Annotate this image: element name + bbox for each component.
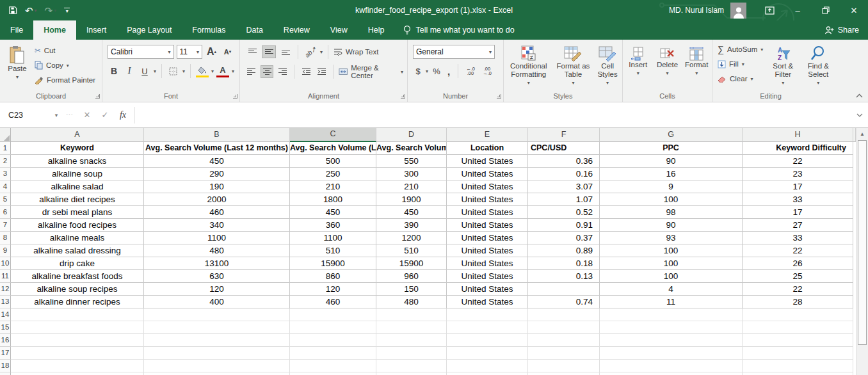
cell-H3[interactable]: 23: [743, 168, 853, 180]
cell-G11[interactable]: 100: [600, 270, 743, 283]
cell-B14[interactable]: [144, 308, 290, 321]
cell-G10[interactable]: 100: [600, 257, 743, 270]
cell-A14[interactable]: [11, 308, 144, 321]
cell-B11[interactable]: 630: [144, 270, 290, 283]
cell-A16[interactable]: [11, 334, 144, 347]
cell-G3[interactable]: 16: [600, 168, 743, 180]
tab-data[interactable]: Data: [236, 20, 273, 40]
column-header-H[interactable]: H: [743, 128, 853, 142]
font-color-button[interactable]: A: [216, 65, 229, 77]
cell-B2[interactable]: 450: [144, 155, 290, 168]
cell-F15[interactable]: [528, 321, 600, 334]
cell-F4[interactable]: 3.07: [528, 180, 600, 193]
tab-insert[interactable]: Insert: [76, 20, 117, 40]
cell-A9[interactable]: alkaline salad dressing: [11, 244, 144, 257]
ribbon-display-options-button[interactable]: [755, 0, 784, 20]
row-header-4[interactable]: 4: [0, 180, 11, 193]
share-button[interactable]: Share: [824, 20, 859, 40]
cell-H6[interactable]: 17: [743, 206, 853, 219]
cell-G5[interactable]: 100: [600, 193, 743, 206]
cancel-entry-button[interactable]: ✕: [78, 107, 96, 124]
enter-entry-button[interactable]: ✓: [96, 107, 114, 124]
tab-file[interactable]: File: [0, 20, 33, 40]
increase-indent-button[interactable]: [315, 65, 328, 78]
fill-color-button[interactable]: [196, 65, 209, 77]
cell-A17[interactable]: [11, 347, 144, 360]
clipboard-dialog-launcher[interactable]: [95, 94, 100, 99]
cell-C2[interactable]: 500: [290, 155, 376, 168]
cell-D16[interactable]: [376, 334, 447, 347]
alignment-dialog-launcher[interactable]: [401, 94, 405, 99]
cell-G15[interactable]: [600, 321, 743, 334]
row-header-11[interactable]: 11: [0, 270, 11, 283]
customize-quick-access-button[interactable]: ▾: [61, 3, 73, 18]
cell-D9[interactable]: 510: [376, 244, 447, 257]
close-button[interactable]: ✕: [840, 0, 868, 20]
redo-button[interactable]: ↷▾: [42, 3, 60, 18]
row-header-9[interactable]: 9: [0, 244, 11, 257]
cell-H8[interactable]: 33: [743, 232, 853, 244]
cell-styles-button[interactable]: Cell Styles ▾: [593, 42, 622, 87]
format-painter-button[interactable]: Format Painter: [35, 73, 95, 87]
formula-input[interactable]: [134, 107, 851, 124]
cut-button[interactable]: ✂ Cut: [35, 44, 95, 58]
cell-H14[interactable]: [743, 308, 853, 321]
user-name[interactable]: MD. Nurul Islam: [669, 6, 724, 15]
cell-C11[interactable]: 860: [290, 270, 376, 283]
cell-E1[interactable]: Location: [447, 142, 528, 155]
comma-style-button[interactable]: ,: [445, 65, 453, 77]
delete-cells-button[interactable]: Delete ▾: [654, 44, 682, 77]
row-header-16[interactable]: 16: [0, 334, 11, 347]
cell-F3[interactable]: 0.16: [528, 168, 600, 180]
column-header-E[interactable]: E: [447, 128, 528, 142]
cell-C8[interactable]: 1100: [290, 232, 376, 244]
cell-C19[interactable]: [290, 372, 376, 375]
cell-E4[interactable]: United States: [447, 180, 528, 193]
cell-G8[interactable]: 93: [600, 232, 743, 244]
borders-dropdown[interactable]: ▾: [182, 68, 185, 74]
cell-D8[interactable]: 1200: [376, 232, 447, 244]
wrap-text-button[interactable]: Wrap Text: [334, 45, 378, 59]
increase-decimal-button[interactable]: ←.0.00: [463, 65, 478, 77]
cell-F17[interactable]: [528, 347, 600, 360]
cell-D7[interactable]: 390: [376, 219, 447, 232]
cell-B4[interactable]: 190: [144, 180, 290, 193]
cell-B7[interactable]: 340: [144, 219, 290, 232]
cell-B12[interactable]: 120: [144, 283, 290, 296]
cell-H12[interactable]: 22: [743, 283, 853, 296]
decrease-indent-button[interactable]: [300, 65, 312, 78]
cell-A11[interactable]: alkaline breakfast foods: [11, 270, 144, 283]
cell-F1[interactable]: CPC/USD: [528, 142, 600, 155]
cell-D4[interactable]: 210: [376, 180, 447, 193]
cell-D14[interactable]: [376, 308, 447, 321]
cell-B16[interactable]: [144, 334, 290, 347]
cell-C9[interactable]: 510: [290, 244, 376, 257]
cell-H13[interactable]: 28: [743, 296, 853, 308]
scroll-up-icon[interactable]: ▲: [856, 128, 868, 140]
cell-C7[interactable]: 360: [290, 219, 376, 232]
autosum-button[interactable]: ∑ AutoSum ▾: [718, 42, 763, 56]
cell-H11[interactable]: 25: [743, 270, 853, 283]
tab-page-layout[interactable]: Page Layout: [117, 20, 182, 40]
cell-A13[interactable]: alkaline dinner recipes: [11, 296, 144, 308]
cell-E14[interactable]: [447, 308, 528, 321]
accounting-format-button[interactable]: $: [413, 65, 423, 77]
cell-F10[interactable]: 0.18: [528, 257, 600, 270]
cell-D1[interactable]: Avg. Search Volume (Last 3 months): [376, 142, 447, 155]
cell-H2[interactable]: 22: [743, 155, 853, 168]
number-format-combo[interactable]: General▾: [413, 45, 495, 59]
bold-button[interactable]: B: [108, 65, 120, 77]
cell-C15[interactable]: [290, 321, 376, 334]
cell-D12[interactable]: 150: [376, 283, 447, 296]
cell-B9[interactable]: 480: [144, 244, 290, 257]
cell-D18[interactable]: [376, 360, 447, 372]
insert-cells-button[interactable]: Insert ▾: [624, 44, 652, 77]
sort-filter-button[interactable]: A Z Sort & Filter ▾: [768, 42, 798, 87]
cell-B19[interactable]: [144, 372, 290, 375]
font-dialog-launcher[interactable]: [233, 94, 237, 99]
vertical-scrollbar[interactable]: ▲: [856, 128, 868, 375]
cell-E7[interactable]: United States: [447, 219, 528, 232]
row-header-2[interactable]: 2: [0, 155, 11, 168]
cell-C14[interactable]: [290, 308, 376, 321]
undo-button[interactable]: ↶▾: [22, 3, 40, 18]
